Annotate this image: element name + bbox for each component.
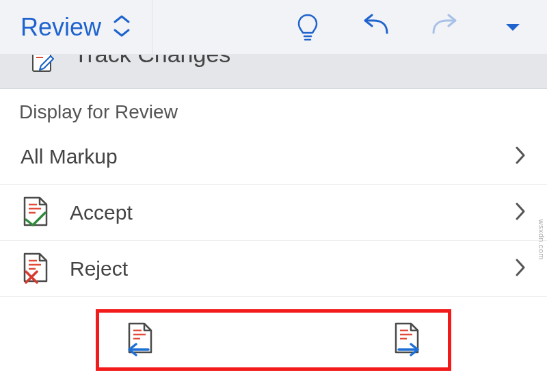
undo-icon xyxy=(360,14,392,41)
chevron-right-icon xyxy=(514,201,526,224)
next-change-icon xyxy=(393,321,423,356)
app-header: Review xyxy=(0,0,547,55)
previous-change-button[interactable] xyxy=(124,321,154,359)
change-navigation-highlight xyxy=(96,309,451,371)
ribbon-tab-label: Review xyxy=(21,13,101,42)
undo-button[interactable] xyxy=(342,0,410,54)
track-changes-label: Track Changes xyxy=(74,55,230,68)
accept-icon xyxy=(21,195,51,231)
svg-marker-10 xyxy=(25,254,46,281)
track-changes-icon xyxy=(29,55,57,77)
previous-change-icon xyxy=(124,321,154,356)
markup-mode-row[interactable]: All Markup xyxy=(0,129,547,185)
redo-button[interactable] xyxy=(410,0,479,54)
chevron-right-icon xyxy=(514,145,526,168)
accept-row[interactable]: Accept xyxy=(0,185,547,241)
track-changes-row[interactable]: Track Changes xyxy=(0,55,547,89)
reject-label: Reject xyxy=(70,257,128,280)
svg-marker-2 xyxy=(506,24,520,31)
markup-mode-value: All Markup xyxy=(21,145,514,168)
lightbulb-icon xyxy=(295,12,320,42)
redo-icon xyxy=(428,14,461,41)
accept-label: Accept xyxy=(70,201,133,224)
next-change-button[interactable] xyxy=(393,321,423,359)
chevron-right-icon xyxy=(514,257,526,280)
reject-row[interactable]: Reject xyxy=(0,241,547,297)
expand-collapse-icon xyxy=(112,12,131,42)
caret-down-icon xyxy=(504,22,522,33)
lightbulb-button[interactable] xyxy=(274,0,342,54)
overflow-menu-button[interactable] xyxy=(479,0,547,54)
display-for-review-header: Display for Review xyxy=(0,89,547,129)
reject-icon xyxy=(21,251,51,287)
watermark: wsxdn.com xyxy=(537,219,546,260)
ribbon-tab-selector[interactable]: Review xyxy=(0,0,152,54)
